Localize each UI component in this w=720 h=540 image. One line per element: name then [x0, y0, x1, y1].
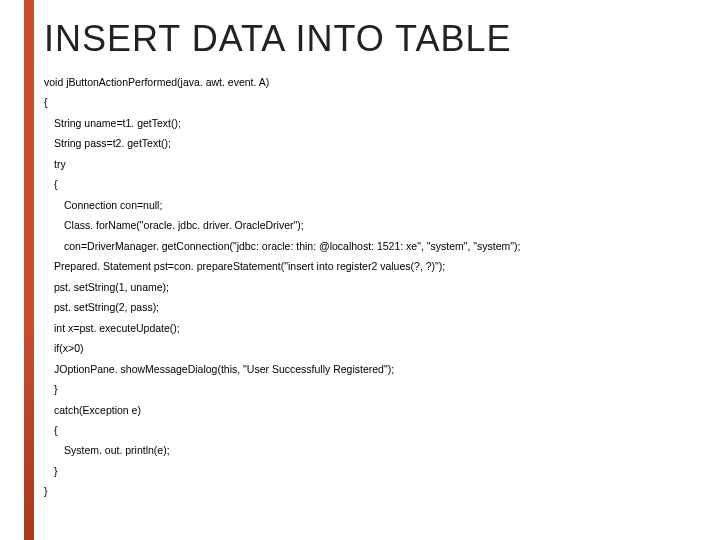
code-line: pst. setString(1, uname);	[44, 277, 720, 297]
code-line: JOptionPane. showMessageDialog(this, "Us…	[44, 359, 720, 379]
code-line: {	[44, 420, 720, 440]
code-line: {	[44, 174, 720, 194]
code-line: Prepared. Statement pst=con. prepareStat…	[44, 256, 720, 276]
code-line: if(x>0)	[44, 338, 720, 358]
code-line: }	[44, 461, 720, 481]
code-line: }	[44, 481, 720, 501]
code-line: String uname=t1. getText();	[44, 113, 720, 133]
code-line: }	[44, 379, 720, 399]
code-line: String pass=t2. getText();	[44, 133, 720, 153]
code-block: void jButtonActionPerformed(java. awt. e…	[44, 72, 720, 502]
code-line: try	[44, 154, 720, 174]
code-line: con=DriverManager. getConnection("jdbc: …	[44, 236, 720, 256]
code-line: void jButtonActionPerformed(java. awt. e…	[44, 72, 720, 92]
code-line: pst. setString(2, pass);	[44, 297, 720, 317]
slide: INSERT DATA INTO TABLE void jButtonActio…	[0, 0, 720, 540]
code-line: Connection con=null;	[44, 195, 720, 215]
code-line: Class. forName("oracle. jdbc. driver. Or…	[44, 215, 720, 235]
accent-bar	[24, 0, 34, 540]
code-line: {	[44, 92, 720, 112]
code-line: int x=pst. executeUpdate();	[44, 318, 720, 338]
slide-title: INSERT DATA INTO TABLE	[44, 18, 720, 60]
code-line: catch(Exception e)	[44, 400, 720, 420]
code-line: System. out. println(e);	[44, 440, 720, 460]
